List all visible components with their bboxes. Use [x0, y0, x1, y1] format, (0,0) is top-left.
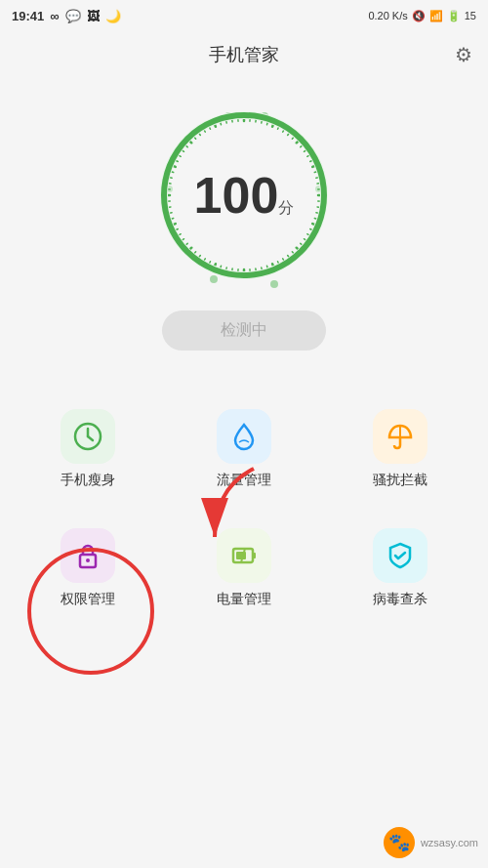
slim-icon-wrapper — [61, 409, 115, 464]
status-left: 19:41 ∞ 💬 🖼 🌙 — [12, 9, 121, 23]
virus-icon-wrapper — [373, 528, 427, 583]
watermark-logo: 🐾 — [384, 827, 415, 858]
settings-icon[interactable]: ⚙ — [455, 43, 472, 66]
power-label: 电量管理 — [217, 591, 271, 608]
drop-icon — [228, 421, 260, 452]
menu-item-traffic[interactable]: 流量管理 — [166, 390, 322, 509]
battery-icon: 🔋 — [447, 10, 461, 22]
block-icon-wrapper — [373, 409, 427, 464]
signal-icon: 📶 — [429, 10, 443, 22]
page-title: 手机管家 — [209, 43, 279, 66]
battery-percent: 15 — [465, 10, 476, 21]
lock-icon — [72, 540, 103, 571]
watermark: 🐾 wzsasy.com — [384, 827, 478, 858]
image-icon: 🖼 — [87, 9, 100, 23]
network-speed: 0.20 K/s — [368, 10, 407, 21]
svg-rect-89 — [253, 553, 256, 558]
menu-item-slim[interactable]: 手机瘦身 — [10, 390, 166, 509]
infinity-icon: ∞ — [50, 9, 59, 23]
battery-icon — [228, 540, 260, 571]
menu-grid: 手机瘦身 流量管理 骚扰拦截 — [0, 390, 488, 628]
status-bar: 19:41 ∞ 💬 🖼 🌙 0.20 K/s 🔇 📶 🔋 15 — [0, 0, 488, 31]
svg-line-84 — [88, 436, 93, 440]
traffic-label: 流量管理 — [217, 472, 271, 489]
menu-item-permission[interactable]: 权限管理 — [10, 509, 166, 628]
score-unit: 分 — [278, 199, 294, 216]
permission-icon-wrapper — [61, 528, 115, 583]
block-label: 骚扰拦截 — [373, 472, 427, 489]
time: 19:41 — [12, 9, 44, 23]
header: 手机管家 ⚙ — [0, 31, 488, 78]
status-right: 0.20 K/s 🔇 📶 🔋 15 — [368, 10, 476, 22]
menu-item-power[interactable]: 电量管理 — [166, 509, 322, 628]
score-value: 100 — [194, 167, 279, 224]
watermark-emoji: 🐾 — [388, 832, 410, 853]
chat-icon: 💬 — [65, 9, 81, 23]
score-display: 100分 — [194, 170, 295, 221]
slim-label: 手机瘦身 — [61, 472, 115, 489]
score-circle: 100分 — [146, 98, 342, 293]
watermark-url: wzsasy.com — [421, 837, 478, 848]
score-area: 100分 检测中 — [0, 78, 488, 360]
mute-icon: 🔇 — [412, 10, 426, 22]
menu-item-virus[interactable]: 病毒查杀 — [322, 509, 478, 628]
detect-button[interactable]: 检测中 — [162, 310, 326, 351]
permission-label: 权限管理 — [61, 591, 115, 608]
svg-point-87 — [86, 558, 90, 562]
menu-item-block[interactable]: 骚扰拦截 — [322, 390, 478, 509]
moon-icon: 🌙 — [105, 9, 121, 23]
power-icon-wrapper — [217, 528, 271, 583]
virus-label: 病毒查杀 — [373, 591, 427, 608]
traffic-icon-wrapper — [217, 409, 271, 464]
clock-icon — [72, 421, 103, 452]
umbrella-icon — [385, 421, 416, 452]
shield-icon — [385, 540, 416, 571]
